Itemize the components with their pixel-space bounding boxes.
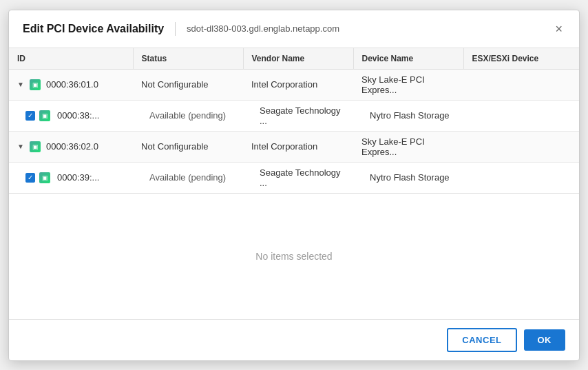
pci-table-container: ID Status Vendor Name Device Name ESX/ES… — [9, 48, 579, 194]
row-vendor: Intel Corporation — [243, 131, 353, 162]
row-status: Not Configurable — [133, 131, 243, 162]
dialog-header: Edit PCI Device Availability sdot-dl380-… — [9, 10, 579, 48]
dialog-title: Edit PCI Device Availability — [23, 23, 164, 35]
row-status: Not Configurable — [133, 69, 243, 100]
row-id: 0000:36:01.0 — [46, 79, 98, 90]
edit-pci-dialog: Edit PCI Device Availability sdot-dl380-… — [8, 10, 580, 361]
col-header-device: Device Name — [353, 48, 463, 70]
row-esx — [463, 131, 579, 162]
device-icon: ▣ — [30, 141, 41, 152]
col-header-esx: ESX/ESXi Device — [463, 48, 579, 70]
dialog-subtitle: sdot-dl380-003.gdl.englab.netapp.com — [187, 23, 339, 34]
row-id: 0000:39:... — [57, 172, 99, 183]
row-device: Sky Lake-E PCI Expres... — [353, 69, 463, 100]
row-status: Available (pending) — [133, 162, 243, 193]
row-vendor: Seagate Technology ... — [243, 100, 353, 131]
empty-message: No items selected — [255, 251, 332, 262]
device-icon: ▣ — [30, 79, 41, 90]
dialog-body: ID Status Vendor Name Device Name ESX/ES… — [9, 48, 579, 319]
col-header-id: ID — [9, 48, 133, 70]
table-row: ▼▣0000:36:01.0Not ConfigurableIntel Corp… — [9, 69, 579, 100]
row-device: Nytro Flash Storage — [353, 162, 463, 193]
dialog-footer: CANCEL OK — [9, 319, 579, 360]
col-header-status: Status — [133, 48, 243, 70]
device-icon: ▣ — [39, 110, 50, 121]
close-button[interactable]: × — [552, 21, 565, 37]
row-status: Available (pending) — [133, 100, 243, 131]
row-esx — [463, 69, 579, 100]
col-header-vendor: Vendor Name — [243, 48, 353, 70]
row-esx — [463, 100, 579, 131]
row-checkbox[interactable]: ✓ — [25, 111, 35, 121]
header-divider — [175, 22, 176, 36]
table-header-row: ID Status Vendor Name Device Name ESX/ES… — [9, 48, 579, 70]
empty-area: No items selected — [9, 194, 579, 319]
row-device: Sky Lake-E PCI Expres... — [353, 131, 463, 162]
row-device: Nytro Flash Storage — [353, 100, 463, 131]
row-vendor: Intel Corporation — [243, 69, 353, 100]
cancel-button[interactable]: CANCEL — [447, 328, 516, 352]
row-vendor: Seagate Technology ... — [243, 162, 353, 193]
row-id: 0000:38:... — [57, 110, 99, 121]
row-id: 0000:36:02.0 — [46, 141, 98, 152]
row-checkbox[interactable]: ✓ — [25, 173, 35, 183]
tree-toggle-icon[interactable]: ▼ — [17, 143, 25, 150]
table-row: ▼▣0000:36:02.0Not ConfigurableIntel Corp… — [9, 131, 579, 162]
table-row: ✓▣0000:39:...Available (pending)Seagate … — [9, 162, 579, 193]
row-esx — [463, 162, 579, 193]
pci-table: ID Status Vendor Name Device Name ESX/ES… — [9, 48, 579, 193]
tree-toggle-icon[interactable]: ▼ — [17, 81, 25, 88]
device-icon: ▣ — [39, 172, 50, 183]
table-row: ✓▣0000:38:...Available (pending)Seagate … — [9, 100, 579, 131]
ok-button[interactable]: OK — [524, 329, 566, 351]
